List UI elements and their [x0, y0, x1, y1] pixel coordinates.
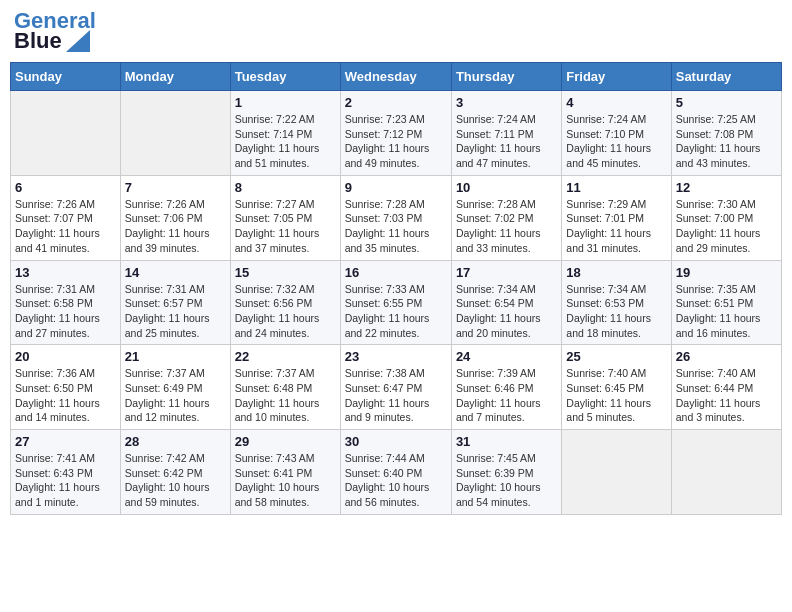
weekday-header-wednesday: Wednesday: [340, 63, 451, 91]
day-number: 15: [235, 265, 336, 280]
day-number: 26: [676, 349, 777, 364]
calendar-cell: 27Sunrise: 7:41 AMSunset: 6:43 PMDayligh…: [11, 430, 121, 515]
calendar-cell: 4Sunrise: 7:24 AMSunset: 7:10 PMDaylight…: [562, 91, 671, 176]
weekday-header-tuesday: Tuesday: [230, 63, 340, 91]
day-info: Sunrise: 7:24 AMSunset: 7:10 PMDaylight:…: [566, 112, 666, 171]
day-number: 14: [125, 265, 226, 280]
day-info: Sunrise: 7:27 AMSunset: 7:05 PMDaylight:…: [235, 197, 336, 256]
day-number: 11: [566, 180, 666, 195]
calendar-week-4: 20Sunrise: 7:36 AMSunset: 6:50 PMDayligh…: [11, 345, 782, 430]
calendar-cell: 10Sunrise: 7:28 AMSunset: 7:02 PMDayligh…: [451, 175, 561, 260]
calendar-header: SundayMondayTuesdayWednesdayThursdayFrid…: [11, 63, 782, 91]
day-number: 31: [456, 434, 557, 449]
day-info: Sunrise: 7:23 AMSunset: 7:12 PMDaylight:…: [345, 112, 447, 171]
calendar-cell: 20Sunrise: 7:36 AMSunset: 6:50 PMDayligh…: [11, 345, 121, 430]
calendar-cell: 18Sunrise: 7:34 AMSunset: 6:53 PMDayligh…: [562, 260, 671, 345]
calendar-cell: 29Sunrise: 7:43 AMSunset: 6:41 PMDayligh…: [230, 430, 340, 515]
day-info: Sunrise: 7:25 AMSunset: 7:08 PMDaylight:…: [676, 112, 777, 171]
day-number: 16: [345, 265, 447, 280]
day-info: Sunrise: 7:37 AMSunset: 6:49 PMDaylight:…: [125, 366, 226, 425]
day-number: 7: [125, 180, 226, 195]
calendar-cell: 25Sunrise: 7:40 AMSunset: 6:45 PMDayligh…: [562, 345, 671, 430]
weekday-header-saturday: Saturday: [671, 63, 781, 91]
logo: General Blue: [14, 10, 96, 54]
day-number: 22: [235, 349, 336, 364]
day-number: 19: [676, 265, 777, 280]
day-info: Sunrise: 7:34 AMSunset: 6:54 PMDaylight:…: [456, 282, 557, 341]
calendar-cell: [11, 91, 121, 176]
day-number: 4: [566, 95, 666, 110]
day-number: 27: [15, 434, 116, 449]
calendar-week-3: 13Sunrise: 7:31 AMSunset: 6:58 PMDayligh…: [11, 260, 782, 345]
calendar-cell: 31Sunrise: 7:45 AMSunset: 6:39 PMDayligh…: [451, 430, 561, 515]
calendar-cell: 6Sunrise: 7:26 AMSunset: 7:07 PMDaylight…: [11, 175, 121, 260]
calendar-cell: 8Sunrise: 7:27 AMSunset: 7:05 PMDaylight…: [230, 175, 340, 260]
calendar-week-1: 1Sunrise: 7:22 AMSunset: 7:14 PMDaylight…: [11, 91, 782, 176]
day-info: Sunrise: 7:31 AMSunset: 6:57 PMDaylight:…: [125, 282, 226, 341]
day-info: Sunrise: 7:29 AMSunset: 7:01 PMDaylight:…: [566, 197, 666, 256]
day-info: Sunrise: 7:35 AMSunset: 6:51 PMDaylight:…: [676, 282, 777, 341]
weekday-header-monday: Monday: [120, 63, 230, 91]
calendar-cell: 13Sunrise: 7:31 AMSunset: 6:58 PMDayligh…: [11, 260, 121, 345]
calendar-cell: 11Sunrise: 7:29 AMSunset: 7:01 PMDayligh…: [562, 175, 671, 260]
day-info: Sunrise: 7:37 AMSunset: 6:48 PMDaylight:…: [235, 366, 336, 425]
day-number: 29: [235, 434, 336, 449]
day-info: Sunrise: 7:22 AMSunset: 7:14 PMDaylight:…: [235, 112, 336, 171]
calendar-week-5: 27Sunrise: 7:41 AMSunset: 6:43 PMDayligh…: [11, 430, 782, 515]
day-info: Sunrise: 7:41 AMSunset: 6:43 PMDaylight:…: [15, 451, 116, 510]
day-number: 10: [456, 180, 557, 195]
day-number: 18: [566, 265, 666, 280]
day-info: Sunrise: 7:26 AMSunset: 7:06 PMDaylight:…: [125, 197, 226, 256]
calendar-cell: [671, 430, 781, 515]
day-number: 13: [15, 265, 116, 280]
day-number: 24: [456, 349, 557, 364]
day-number: 23: [345, 349, 447, 364]
page-header: General Blue: [10, 10, 782, 54]
day-info: Sunrise: 7:26 AMSunset: 7:07 PMDaylight:…: [15, 197, 116, 256]
calendar-week-2: 6Sunrise: 7:26 AMSunset: 7:07 PMDaylight…: [11, 175, 782, 260]
weekday-header-thursday: Thursday: [451, 63, 561, 91]
day-number: 21: [125, 349, 226, 364]
day-info: Sunrise: 7:39 AMSunset: 6:46 PMDaylight:…: [456, 366, 557, 425]
day-info: Sunrise: 7:44 AMSunset: 6:40 PMDaylight:…: [345, 451, 447, 510]
logo-icon: [66, 30, 90, 52]
day-number: 25: [566, 349, 666, 364]
day-number: 9: [345, 180, 447, 195]
day-info: Sunrise: 7:40 AMSunset: 6:45 PMDaylight:…: [566, 366, 666, 425]
calendar-cell: [562, 430, 671, 515]
weekday-header-friday: Friday: [562, 63, 671, 91]
day-info: Sunrise: 7:34 AMSunset: 6:53 PMDaylight:…: [566, 282, 666, 341]
calendar-cell: 5Sunrise: 7:25 AMSunset: 7:08 PMDaylight…: [671, 91, 781, 176]
day-info: Sunrise: 7:40 AMSunset: 6:44 PMDaylight:…: [676, 366, 777, 425]
weekday-header-sunday: Sunday: [11, 63, 121, 91]
calendar-cell: 23Sunrise: 7:38 AMSunset: 6:47 PMDayligh…: [340, 345, 451, 430]
day-info: Sunrise: 7:33 AMSunset: 6:55 PMDaylight:…: [345, 282, 447, 341]
calendar-cell: 26Sunrise: 7:40 AMSunset: 6:44 PMDayligh…: [671, 345, 781, 430]
day-info: Sunrise: 7:28 AMSunset: 7:03 PMDaylight:…: [345, 197, 447, 256]
svg-marker-0: [66, 30, 90, 52]
calendar-cell: 1Sunrise: 7:22 AMSunset: 7:14 PMDaylight…: [230, 91, 340, 176]
calendar-cell: 15Sunrise: 7:32 AMSunset: 6:56 PMDayligh…: [230, 260, 340, 345]
calendar-cell: 19Sunrise: 7:35 AMSunset: 6:51 PMDayligh…: [671, 260, 781, 345]
calendar-table: SundayMondayTuesdayWednesdayThursdayFrid…: [10, 62, 782, 515]
calendar-cell: 9Sunrise: 7:28 AMSunset: 7:03 PMDaylight…: [340, 175, 451, 260]
calendar-cell: 16Sunrise: 7:33 AMSunset: 6:55 PMDayligh…: [340, 260, 451, 345]
day-info: Sunrise: 7:43 AMSunset: 6:41 PMDaylight:…: [235, 451, 336, 510]
day-info: Sunrise: 7:30 AMSunset: 7:00 PMDaylight:…: [676, 197, 777, 256]
calendar-cell: 14Sunrise: 7:31 AMSunset: 6:57 PMDayligh…: [120, 260, 230, 345]
calendar-cell: 28Sunrise: 7:42 AMSunset: 6:42 PMDayligh…: [120, 430, 230, 515]
day-number: 30: [345, 434, 447, 449]
day-number: 5: [676, 95, 777, 110]
day-info: Sunrise: 7:32 AMSunset: 6:56 PMDaylight:…: [235, 282, 336, 341]
day-number: 6: [15, 180, 116, 195]
calendar-cell: 3Sunrise: 7:24 AMSunset: 7:11 PMDaylight…: [451, 91, 561, 176]
calendar-cell: 21Sunrise: 7:37 AMSunset: 6:49 PMDayligh…: [120, 345, 230, 430]
day-number: 28: [125, 434, 226, 449]
day-number: 1: [235, 95, 336, 110]
day-number: 3: [456, 95, 557, 110]
calendar-cell: 17Sunrise: 7:34 AMSunset: 6:54 PMDayligh…: [451, 260, 561, 345]
day-info: Sunrise: 7:31 AMSunset: 6:58 PMDaylight:…: [15, 282, 116, 341]
day-number: 8: [235, 180, 336, 195]
day-number: 12: [676, 180, 777, 195]
day-info: Sunrise: 7:38 AMSunset: 6:47 PMDaylight:…: [345, 366, 447, 425]
